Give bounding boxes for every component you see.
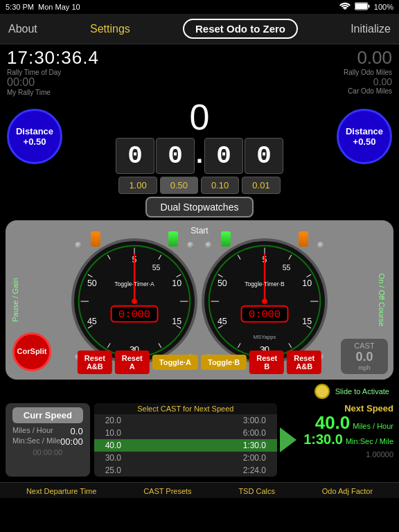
odo-digit-4: 0 — [245, 138, 283, 174]
cast-label: CAST — [344, 342, 385, 350]
cast-speed-box: CAST 0.0 mph — [341, 339, 388, 374]
settings-button[interactable]: Settings — [90, 23, 130, 35]
stopwatch-panel: Start Pause / Gain On / Off Course — [6, 220, 393, 380]
watch-a-face: 5 10 15 30 45 50 55 Toggle·Timer·A 0:000 — [74, 241, 195, 362]
screw-tl-b — [204, 241, 213, 249]
nav-tsd-calcs[interactable]: TSD Calcs — [238, 487, 275, 495]
cor-split-line2: Split — [30, 347, 47, 356]
toggle-b-button[interactable]: Toggle·B — [201, 355, 247, 370]
dual-stopwatch-button[interactable]: Dual Stopwatches — [145, 197, 254, 218]
reset-odo-button[interactable]: Reset Odo to Zero — [183, 19, 298, 39]
svg-text:0:000: 0:000 — [118, 308, 150, 321]
svg-text:10: 10 — [172, 278, 181, 288]
svg-text:45: 45 — [218, 317, 227, 326]
watch-b-container: 5 10 15 30 45 50 55 Toggle·Timer·B 0:000… — [202, 238, 328, 364]
nav-odo-adj[interactable]: Odo Adj Factor — [322, 487, 373, 495]
svg-text:15: 15 — [302, 317, 312, 326]
cast-row-4[interactable]: 25.02:24.0 — [94, 464, 277, 477]
battery-pct: 100% — [374, 3, 393, 11]
minsec-label: Min:Sec / Mile — [12, 436, 60, 447]
watch-b: 5 10 15 30 45 50 55 Toggle·Timer·B 0:000… — [202, 238, 328, 364]
distance-left-button[interactable]: Distance +0.50 — [7, 109, 62, 164]
rally-odo-label: Rally Odo Miles — [344, 69, 392, 76]
status-right: 100% — [339, 2, 393, 12]
rally-info: 17:30:36.4 Rally Time of Day 00:00 My Ra… — [0, 44, 399, 98]
svg-text:45: 45 — [87, 317, 97, 326]
rally-odo-big: 0.00 — [344, 47, 392, 69]
svg-point-25 — [132, 299, 137, 304]
nav-departure[interactable]: Next Departure Time — [26, 487, 96, 495]
slide-row: Slide to Activate — [0, 382, 399, 400]
increment-row: 1.00 0.50 0.10 0.01 — [0, 177, 399, 194]
distance-right-button[interactable]: Distance +0.50 — [337, 109, 392, 164]
status-time: 5:30 PM Mon May 10 — [6, 3, 80, 11]
miles-hour-row: Miles / Hour 0.0 — [12, 426, 83, 436]
odo-digit-1: 0 — [116, 138, 154, 174]
svg-marker-56 — [280, 427, 296, 452]
next-factor: 1.00000 — [303, 450, 393, 459]
cor-split-button[interactable]: Cor Split — [12, 332, 51, 371]
cast-arrow — [277, 403, 299, 477]
cast-speed-val: 0.0 — [344, 350, 385, 364]
about-button[interactable]: About — [8, 23, 37, 35]
screw-tl — [74, 241, 82, 249]
distance-left-label1: Distance — [16, 126, 53, 136]
next-minsec-unit: Min:Sec / Mile — [346, 437, 393, 445]
pause-gain-label: Pause / Gain — [11, 278, 19, 322]
next-speed-unit: Miles / Hour — [353, 422, 393, 430]
bottom-section: Curr Speed Miles / Hour 0.0 Min:Sec / Mi… — [0, 400, 399, 479]
svg-text:0:000: 0:000 — [249, 308, 281, 321]
speed-cast-row: Curr Speed Miles / Hour 0.0 Min:Sec / Mi… — [6, 403, 393, 477]
cast-row-3[interactable]: 30.02:00.0 — [94, 452, 277, 464]
odo-digit-3: 0 — [204, 138, 243, 174]
odo-section: 0 0 0 . 0 0 Distance +0.50 Distance +0.5… — [0, 99, 399, 174]
nav-cast-presets[interactable]: CAST Presets — [143, 487, 192, 495]
rally-odo-section: 0.00 Rally Odo Miles 0.00 Car Odo Miles — [344, 47, 392, 95]
rally-time-label: Rally Time of Day — [7, 69, 99, 76]
toggle-a-button[interactable]: Toggle·A — [152, 355, 198, 370]
cor-split-line1: Cor — [17, 347, 30, 356]
watch-controls: Reset A&B Reset A Toggle·A Toggle·B Rese… — [78, 351, 321, 374]
status-bar: 5:30 PM Mon May 10 100% — [0, 0, 399, 14]
svg-text:MSYapps: MSYapps — [254, 334, 276, 340]
slide-dot[interactable] — [314, 384, 330, 399]
on-off-course-label: On / Off Course — [378, 274, 387, 327]
reset-b-button[interactable]: Reset B — [249, 351, 284, 374]
screw-tr — [186, 241, 195, 249]
top-nav: About Settings Reset Odo to Zero Initial… — [0, 14, 399, 44]
watch-b-face: 5 10 15 30 45 50 55 Toggle·Timer·B 0:000… — [204, 241, 325, 362]
elapsed-time: 00:00:00 — [12, 448, 83, 456]
inc-btn-3[interactable]: 0.10 — [201, 177, 239, 194]
inc-btn-1[interactable]: 1.00 — [118, 177, 157, 194]
svg-point-51 — [262, 299, 267, 304]
svg-text:Toggle·Timer·B: Toggle·Timer·B — [245, 281, 285, 287]
my-rally-label: My Rally Time — [7, 89, 99, 96]
watches-row: 5 10 15 30 45 50 55 Toggle·Timer·A 0:000 — [11, 238, 388, 364]
car-odo-label: Car Odo Miles — [344, 87, 392, 95]
next-speed-val: 40.0 — [315, 414, 351, 432]
cast-row-1[interactable]: 10.06:00.0 — [94, 427, 277, 439]
cast-row-0[interactable]: 20.03:00.0 — [94, 414, 277, 427]
cast-table-title: Select CAST for Next Speed — [94, 403, 277, 414]
car-odo-val: 0.00 — [344, 76, 392, 87]
cast-table: Select CAST for Next Speed 20.03:00.0 10… — [94, 403, 277, 477]
initialize-button[interactable]: Initialize — [351, 23, 391, 35]
curr-speed-box: Curr Speed Miles / Hour 0.0 Min:Sec / Mi… — [6, 403, 90, 477]
minsec-row: Min:Sec / Mile 00:00 — [12, 436, 83, 447]
start-label: Start — [11, 226, 388, 236]
cast-section: Select CAST for Next Speed 20.03:00.0 10… — [94, 403, 299, 477]
distance-left-label2: +0.50 — [24, 136, 46, 147]
reset-ab-2-button[interactable]: Reset A&B — [287, 351, 321, 374]
battery-icon — [355, 2, 370, 12]
inc-btn-4[interactable]: 0.01 — [242, 177, 280, 194]
curr-speed-button[interactable]: Curr Speed — [12, 407, 83, 423]
odo-digit-2: 0 — [156, 138, 195, 174]
inc-btn-2[interactable]: 0.50 — [160, 177, 198, 194]
reset-ab-1-button[interactable]: Reset A&B — [78, 351, 112, 374]
svg-text:50: 50 — [87, 278, 97, 288]
reset-a-button[interactable]: Reset A — [115, 351, 150, 374]
distance-right-label1: Distance — [346, 126, 383, 136]
minsec-val: 00:00 — [60, 436, 83, 447]
svg-text:55: 55 — [283, 263, 291, 272]
cast-row-2[interactable]: 40.01:30.0 — [94, 439, 277, 452]
